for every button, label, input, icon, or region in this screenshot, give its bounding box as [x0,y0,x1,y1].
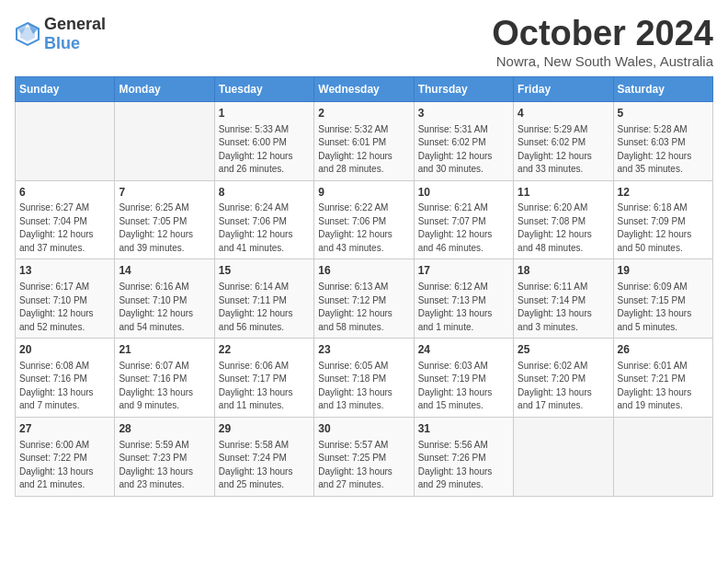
day-number: 8 [219,185,310,201]
day-number: 24 [418,342,509,358]
logo-text-block: General Blue [44,15,106,53]
cell-sun-info: Sunrise: 6:05 AM Sunset: 7:18 PM Dayligh… [318,360,409,413]
cell-sun-info: Sunrise: 5:33 AM Sunset: 6:00 PM Dayligh… [219,123,310,177]
calendar-week-row: 6Sunrise: 6:27 AM Sunset: 7:04 PM Daylig… [16,180,713,259]
cell-sun-info: Sunrise: 6:25 AM Sunset: 7:05 PM Dayligh… [119,201,210,255]
day-number: 26 [618,342,709,358]
day-number: 21 [119,342,210,358]
day-number: 19 [618,263,709,279]
day-number: 9 [318,185,409,201]
cell-sun-info: Sunrise: 6:00 AM Sunset: 7:22 PM Dayligh… [19,439,110,492]
calendar-cell: 31Sunrise: 5:56 AM Sunset: 7:26 PM Dayli… [414,417,513,496]
cell-sun-info: Sunrise: 6:16 AM Sunset: 7:10 PM Dayligh… [119,281,210,334]
day-number: 31 [418,421,509,437]
calendar-cell: 21Sunrise: 6:07 AM Sunset: 7:16 PM Dayli… [115,339,214,418]
weekday-header: Friday [514,76,613,101]
day-number: 20 [19,342,110,358]
day-number: 16 [318,263,409,279]
calendar-week-row: 27Sunrise: 6:00 AM Sunset: 7:22 PM Dayli… [16,417,713,496]
cell-sun-info: Sunrise: 6:14 AM Sunset: 7:11 PM Dayligh… [219,281,310,334]
logo-blue: Blue [44,34,80,52]
calendar-cell [16,101,115,180]
day-number: 12 [618,185,709,201]
cell-sun-info: Sunrise: 5:28 AM Sunset: 6:03 PM Dayligh… [618,123,709,177]
cell-sun-info: Sunrise: 6:18 AM Sunset: 7:09 PM Dayligh… [618,201,709,255]
cell-sun-info: Sunrise: 5:31 AM Sunset: 6:02 PM Dayligh… [418,123,509,177]
day-number: 6 [19,185,110,201]
weekday-header-row: SundayMondayTuesdayWednesdayThursdayFrid… [16,76,713,101]
cell-sun-info: Sunrise: 6:24 AM Sunset: 7:06 PM Dayligh… [219,201,310,255]
cell-sun-info: Sunrise: 6:11 AM Sunset: 7:14 PM Dayligh… [518,281,609,334]
cell-sun-info: Sunrise: 6:17 AM Sunset: 7:10 PM Dayligh… [19,281,110,334]
day-number: 25 [518,342,609,358]
calendar-week-row: 20Sunrise: 6:08 AM Sunset: 7:16 PM Dayli… [16,339,713,418]
day-number: 17 [418,263,509,279]
weekday-header: Monday [115,76,214,101]
cell-sun-info: Sunrise: 5:32 AM Sunset: 6:01 PM Dayligh… [318,123,409,177]
day-number: 28 [119,421,210,437]
location-subtitle: Nowra, New South Wales, Australia [492,53,713,69]
calendar-week-row: 13Sunrise: 6:17 AM Sunset: 7:10 PM Dayli… [16,259,713,339]
calendar-cell: 16Sunrise: 6:13 AM Sunset: 7:12 PM Dayli… [314,259,414,339]
day-number: 30 [318,421,409,437]
calendar-cell: 1Sunrise: 5:33 AM Sunset: 6:00 PM Daylig… [214,101,313,180]
calendar-cell: 7Sunrise: 6:25 AM Sunset: 7:05 PM Daylig… [115,180,214,259]
calendar-cell [514,417,613,496]
day-number: 5 [618,106,709,121]
cell-sun-info: Sunrise: 6:09 AM Sunset: 7:15 PM Dayligh… [618,281,709,334]
day-number: 1 [219,106,310,121]
cell-sun-info: Sunrise: 5:29 AM Sunset: 6:02 PM Dayligh… [518,123,609,177]
calendar-cell: 5Sunrise: 5:28 AM Sunset: 6:03 PM Daylig… [613,101,712,180]
day-number: 27 [19,421,110,437]
calendar-cell [613,417,712,496]
day-number: 10 [418,185,509,201]
calendar-cell: 18Sunrise: 6:11 AM Sunset: 7:14 PM Dayli… [514,259,613,339]
cell-sun-info: Sunrise: 6:01 AM Sunset: 7:21 PM Dayligh… [618,360,709,413]
day-number: 22 [219,342,310,358]
day-number: 23 [318,342,409,358]
cell-sun-info: Sunrise: 6:08 AM Sunset: 7:16 PM Dayligh… [19,360,110,413]
day-number: 15 [219,263,310,279]
cell-sun-info: Sunrise: 6:22 AM Sunset: 7:06 PM Dayligh… [318,201,409,255]
calendar-cell: 25Sunrise: 6:02 AM Sunset: 7:20 PM Dayli… [514,339,613,418]
calendar-table: SundayMondayTuesdayWednesdayThursdayFrid… [15,76,713,497]
calendar-cell: 29Sunrise: 5:58 AM Sunset: 7:24 PM Dayli… [214,417,313,496]
calendar-cell: 26Sunrise: 6:01 AM Sunset: 7:21 PM Dayli… [613,339,712,418]
cell-sun-info: Sunrise: 6:07 AM Sunset: 7:16 PM Dayligh… [119,360,210,413]
cell-sun-info: Sunrise: 5:56 AM Sunset: 7:26 PM Dayligh… [418,439,509,492]
calendar-cell: 6Sunrise: 6:27 AM Sunset: 7:04 PM Daylig… [16,180,115,259]
cell-sun-info: Sunrise: 6:13 AM Sunset: 7:12 PM Dayligh… [318,281,409,334]
cell-sun-info: Sunrise: 6:20 AM Sunset: 7:08 PM Dayligh… [518,201,609,255]
logo: General Blue [15,15,106,53]
day-number: 13 [19,263,110,279]
cell-sun-info: Sunrise: 6:06 AM Sunset: 7:17 PM Dayligh… [219,360,310,413]
calendar-cell: 8Sunrise: 6:24 AM Sunset: 7:06 PM Daylig… [214,180,313,259]
logo-general: General [44,15,106,33]
calendar-cell: 3Sunrise: 5:31 AM Sunset: 6:02 PM Daylig… [414,101,513,180]
calendar-cell: 24Sunrise: 6:03 AM Sunset: 7:19 PM Dayli… [414,339,513,418]
title-block: October 2024 Nowra, New South Wales, Aus… [492,15,713,69]
calendar-cell: 17Sunrise: 6:12 AM Sunset: 7:13 PM Dayli… [414,259,513,339]
day-number: 18 [518,263,609,279]
month-title: October 2024 [492,15,713,53]
calendar-cell: 11Sunrise: 6:20 AM Sunset: 7:08 PM Dayli… [514,180,613,259]
cell-sun-info: Sunrise: 6:03 AM Sunset: 7:19 PM Dayligh… [418,360,509,413]
cell-sun-info: Sunrise: 5:59 AM Sunset: 7:23 PM Dayligh… [119,439,210,492]
calendar-cell: 20Sunrise: 6:08 AM Sunset: 7:16 PM Dayli… [16,339,115,418]
calendar-cell: 4Sunrise: 5:29 AM Sunset: 6:02 PM Daylig… [514,101,613,180]
weekday-header: Thursday [414,76,513,101]
weekday-header: Saturday [613,76,712,101]
cell-sun-info: Sunrise: 6:02 AM Sunset: 7:20 PM Dayligh… [518,360,609,413]
calendar-cell [115,101,214,180]
calendar-cell: 19Sunrise: 6:09 AM Sunset: 7:15 PM Dayli… [613,259,712,339]
cell-sun-info: Sunrise: 6:12 AM Sunset: 7:13 PM Dayligh… [418,281,509,334]
day-number: 7 [119,185,210,201]
logo-icon [15,21,40,47]
calendar-cell: 12Sunrise: 6:18 AM Sunset: 7:09 PM Dayli… [613,180,712,259]
weekday-header: Wednesday [314,76,414,101]
calendar-cell: 13Sunrise: 6:17 AM Sunset: 7:10 PM Dayli… [16,259,115,339]
day-number: 4 [518,106,609,121]
day-number: 29 [219,421,310,437]
day-number: 14 [119,263,210,279]
calendar-cell: 28Sunrise: 5:59 AM Sunset: 7:23 PM Dayli… [115,417,214,496]
